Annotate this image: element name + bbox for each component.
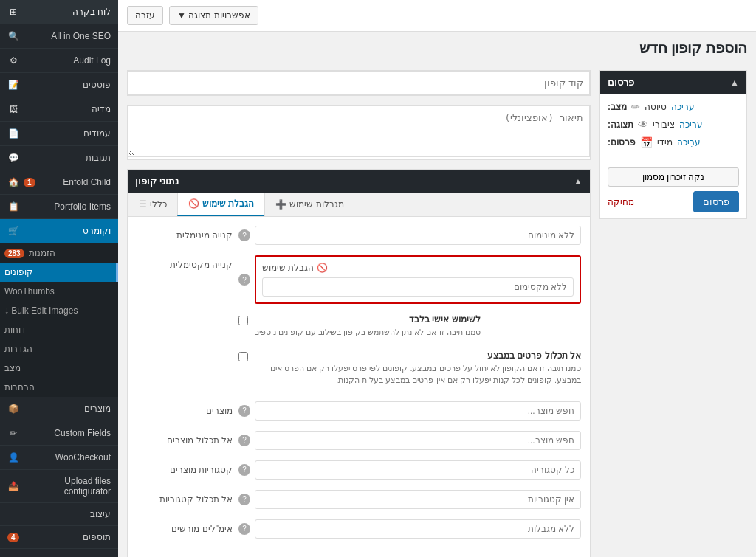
coupon-code-input[interactable]	[128, 71, 590, 95]
upload-icon: 📤	[7, 480, 19, 492]
plugins-badge: 4	[7, 533, 19, 542]
max-purchase-input-group: ? 🚫 הגבלת שימוש	[238, 255, 581, 304]
restriction-tab-icon: 🚫	[188, 198, 199, 209]
sidebar-item-portfolio-items[interactable]: Portfolio Items 📋	[0, 195, 118, 219]
sidebar-sub-item-orders[interactable]: הזמנות 283	[0, 243, 118, 263]
clear-memory-button[interactable]: נקה זיכרון מסמון	[608, 167, 739, 187]
help-button[interactable]: עזרה	[127, 6, 163, 25]
sidebar-item-media[interactable]: מדיה 🖼	[0, 97, 118, 122]
page-title: הוספת קופון חדש	[118, 32, 756, 63]
coupon-description-input[interactable]	[128, 105, 590, 157]
min-purchase-row: קנייה מינימלית ?	[137, 226, 581, 245]
products-input-group: ?	[238, 401, 581, 421]
exclude-products-search-input[interactable]	[255, 431, 581, 450]
individual-use-checkbox[interactable]	[238, 316, 248, 325]
exclude-categories-label: אל תכלול קטגוריות	[137, 490, 233, 505]
sidebar-item-posts[interactable]: פוסטים 📝	[0, 73, 118, 97]
sidebar-item-woocommerce[interactable]: וקומרס 🛒	[0, 219, 118, 243]
enfold-badge: 1	[24, 178, 35, 187]
sidebar-item-woocheckout[interactable]: WooCheckout 👤	[0, 446, 118, 470]
categories-input[interactable]	[255, 460, 581, 480]
categories-help-icon[interactable]: ?	[238, 464, 250, 476]
dashboard-icon: ⊞	[7, 6, 19, 18]
status-edit-link[interactable]: ערִיכה	[671, 102, 695, 112]
products-search-input[interactable]	[255, 401, 581, 421]
min-purchase-input[interactable]	[255, 226, 581, 245]
max-purchase-help-icon[interactable]: ?	[238, 274, 250, 286]
exclude-sale-label-group: אל תכלול פרטים במבצע סמנו תיבה זו אם הקו…	[254, 350, 581, 394]
publish-panel: ▲ פרסום ערִיכה טיוטה ✏ מצב: עריכה ציבורי	[599, 70, 747, 219]
publish-button[interactable]: פרסום	[693, 191, 739, 212]
exclude-categories-help-icon[interactable]: ?	[238, 494, 250, 505]
emails-input-group: ?	[238, 519, 581, 539]
woo-icon: 🛒	[7, 225, 19, 237]
orders-badge: 283	[4, 249, 24, 258]
pages-icon: 📄	[7, 128, 19, 139]
sidebar-sub-item-bulk-edit[interactable]: Bulk Edit Images ↓	[0, 301, 118, 320]
coupon-body: קנייה מינימלית ? קנייה מקסימלית ?	[128, 217, 590, 557]
usage-restriction-label: 🚫 הגבלת שימוש	[262, 263, 328, 273]
sidebar-item-design[interactable]: עיצוב	[0, 503, 118, 526]
individual-use-description: סמנו תיבה זו אם לא נתן להשתמש בקופון בשי…	[254, 326, 481, 339]
exclude-products-help-icon[interactable]: ?	[238, 435, 250, 446]
max-purchase-highlight: 🚫 הגבלת שימוש	[255, 255, 581, 304]
sidebar-item-loch-bkra[interactable]: לוח בקרה ⊞	[0, 0, 118, 24]
sidebar-sub-item-reports[interactable]: דוחות	[0, 320, 118, 339]
coupon-description-section	[127, 105, 591, 160]
sidebar-sub-item-status[interactable]: מצב	[0, 359, 118, 378]
delete-link[interactable]: מחיקה	[608, 197, 634, 207]
sidebar-item-plugins[interactable]: תוספים 4	[0, 526, 118, 549]
seo-icon: 🔍	[7, 30, 19, 42]
sidebar-item-products[interactable]: מוצרים 📦	[0, 397, 118, 421]
display-options-button[interactable]: אפשרויות תצוגה ▼	[169, 6, 258, 25]
tab-usage-restriction[interactable]: הגבלת שימוש 🚫	[177, 193, 264, 216]
tab-usage-limits[interactable]: מגבלות שימוש ➕	[264, 193, 354, 216]
status-row: ערִיכה טיוטה ✏ מצב:	[608, 101, 739, 113]
sidebar-item-audit-log[interactable]: Audit Log ⚙	[0, 49, 118, 73]
main-form: ▲ נתוני קופון כללי ☰ הגבלת שימוש 🚫	[127, 70, 591, 557]
restriction-tab-label: הגבלת שימוש	[202, 198, 254, 209]
sidebar-sub-item-woothumbs[interactable]: WooThumbs	[0, 282, 118, 301]
main-content: אפשרויות תצוגה ▼ עזרה הוספת קופון חדש	[118, 0, 756, 557]
side-panel: ▲ פרסום ערִיכה טיוטה ✏ מצב: עריכה ציבורי	[599, 70, 747, 228]
categories-label: קטגוריות מוצרים	[137, 460, 233, 475]
sidebar-sub-item-extensions[interactable]: הרחבות	[0, 378, 118, 397]
exclude-sale-group: אל תכלול פרטים במבצע סמנו תיבה זו אם הקו…	[238, 350, 581, 394]
visibility-row: עריכה ציבורי 👁 תצוגה:	[608, 119, 739, 131]
status-icon: ✏	[631, 101, 640, 113]
publish-toggle-icon: ▲	[730, 77, 739, 88]
max-purchase-input[interactable]	[262, 277, 574, 297]
sidebar-item-enfold-child[interactable]: Enfold Child 1 🏠	[0, 170, 118, 195]
publish-actions: נקה זיכרון מסמון פרסום מחיקה	[600, 162, 746, 218]
sidebar: לוח בקרה ⊞ All in One SEO 🔍 Audit Log ⚙ …	[0, 0, 118, 557]
emails-help-icon[interactable]: ?	[238, 523, 250, 535]
coupon-section-header[interactable]: ▲ נתוני קופון	[128, 170, 590, 193]
tab-general[interactable]: כללי ☰	[128, 193, 177, 216]
checkout-icon: 👤	[7, 452, 19, 463]
visibility-edit-link[interactable]: עריכה	[679, 120, 703, 130]
products-help-icon[interactable]: ?	[238, 405, 250, 417]
individual-use-group: לשימוש אישי בלבד סמנו תיבה זו אם לא נתן …	[238, 314, 581, 346]
content-area: ▲ נתוני קופון כללי ☰ הגבלת שימוש 🚫	[118, 63, 756, 557]
publish-date-edit-link[interactable]: ערִיכה	[677, 137, 701, 148]
visibility-icon: 👁	[638, 119, 648, 131]
min-purchase-help-icon[interactable]: ?	[238, 229, 250, 241]
sidebar-sub-item-settings[interactable]: הגדרות	[0, 339, 118, 359]
sidebar-item-all-in-one-seo[interactable]: All in One SEO 🔍	[0, 24, 118, 49]
exclude-sale-checkbox[interactable]	[238, 352, 248, 361]
min-purchase-label: קנייה מינימלית	[137, 226, 233, 241]
emails-input[interactable]	[255, 519, 581, 539]
audit-icon: ⚙	[7, 55, 19, 66]
exclude-products-label: אל תכלול מוצרים	[137, 431, 233, 446]
individual-use-label: לשימוש אישי בלבד סמנו תיבה זו אם לא נתן …	[254, 314, 481, 346]
sidebar-item-custom-fields[interactable]: Custom Fields ✏	[0, 421, 118, 446]
sidebar-sub-item-coupons[interactable]: קופונים	[0, 263, 118, 282]
sidebar-item-comments[interactable]: תגובות 💬	[0, 146, 118, 170]
sidebar-item-upload-files[interactable]: Upload files configurator 📤	[0, 470, 118, 503]
publish-date-value: מידי	[657, 137, 673, 148]
visibility-value: ציבורי	[653, 120, 675, 130]
max-purchase-row: קנייה מקסימלית ? 🚫 הגבלת שימוש	[137, 255, 581, 304]
exclude-categories-input[interactable]	[255, 490, 581, 509]
sidebar-item-pages[interactable]: עמודים 📄	[0, 122, 118, 146]
individual-use-row: לשימוש אישי בלבד סמנו תיבה זו אם לא נתן …	[137, 314, 581, 346]
